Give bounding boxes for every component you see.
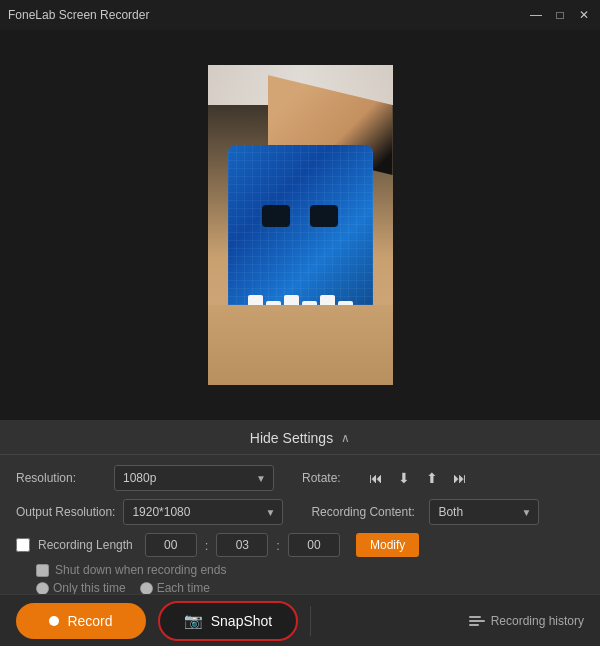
settings-header-text: Hide Settings	[250, 430, 333, 446]
output-resolution-row: Output Resolution: 1920*1080 1280*720 38…	[16, 499, 584, 525]
shutdown-label: Shut down when recording ends	[55, 563, 226, 577]
rotate-start-btn[interactable]: ⏮	[365, 468, 387, 488]
window-controls: — □ ✕	[528, 7, 592, 23]
recording-length-row: Recording Length : : Modify	[16, 533, 584, 557]
lego-scene	[208, 65, 393, 385]
recording-content-label: Recording Content:	[311, 505, 421, 519]
record-button[interactable]: Record	[16, 603, 146, 639]
recording-length-checkbox[interactable]	[16, 538, 30, 552]
rotate-section: Rotate: ⏮ ⬇ ⬆ ⏭	[302, 468, 584, 488]
rotate-icons: ⏮ ⬇ ⬆ ⏭	[365, 468, 471, 488]
rotate-end-btn[interactable]: ⏭	[449, 468, 471, 488]
output-resolution-label: Output Resolution:	[16, 505, 115, 519]
record-label: Record	[67, 613, 112, 629]
recording-length-label: Recording Length	[38, 538, 133, 552]
record-dot-icon	[49, 616, 59, 626]
time-minutes-input[interactable]	[216, 533, 268, 557]
radio-only-this: Only this time	[36, 581, 126, 595]
rotate-label: Rotate:	[302, 471, 357, 485]
resolution-select-wrapper[interactable]: 1080p 720p 4K ▼	[114, 465, 274, 491]
radio-each-time-input[interactable]	[140, 582, 153, 595]
settings-body: Resolution: 1080p 720p 4K ▼ Rotate: ⏮ ⬇ …	[0, 455, 600, 605]
recording-content-select-wrapper[interactable]: Both Video Audio ▼	[429, 499, 539, 525]
preview-area	[0, 30, 600, 420]
history-label: Recording history	[491, 614, 584, 628]
skull-eye-right	[310, 205, 338, 227]
divider	[310, 606, 311, 636]
camera-icon: 📷	[184, 612, 203, 630]
history-line-3	[469, 624, 479, 626]
radio-each-time-label: Each time	[157, 581, 210, 595]
recording-history-button[interactable]: Recording history	[469, 614, 584, 628]
radio-each-time: Each time	[140, 581, 210, 595]
app-title: FoneLab Screen Recorder	[8, 8, 149, 22]
radio-only-this-label: Only this time	[53, 581, 126, 595]
time-sep-2: :	[276, 538, 280, 553]
time-hours-input[interactable]	[145, 533, 197, 557]
close-button[interactable]: ✕	[576, 7, 592, 23]
resolution-select[interactable]: 1080p 720p 4K	[114, 465, 274, 491]
settings-panel: Hide Settings ∧ Resolution: 1080p 720p 4…	[0, 420, 600, 605]
output-resolution-select[interactable]: 1920*1080 1280*720 3840*2160	[123, 499, 283, 525]
rotate-right-btn[interactable]: ⬆	[421, 468, 443, 488]
chevron-up-icon: ∧	[341, 431, 350, 445]
radio-only-this-input[interactable]	[36, 582, 49, 595]
minimize-button[interactable]: —	[528, 7, 544, 23]
table-surface	[208, 305, 393, 385]
modify-button[interactable]: Modify	[356, 533, 419, 557]
output-resolution-select-wrapper[interactable]: 1920*1080 1280*720 3840*2160 ▼	[123, 499, 283, 525]
settings-header[interactable]: Hide Settings ∧	[0, 420, 600, 455]
resolution-row: Resolution: 1080p 720p 4K ▼ Rotate: ⏮ ⬇ …	[16, 465, 584, 491]
maximize-button[interactable]: □	[552, 7, 568, 23]
time-sep-1: :	[205, 538, 209, 553]
shutdown-row: Shut down when recording ends	[36, 563, 584, 577]
titlebar: FoneLab Screen Recorder — □ ✕	[0, 0, 600, 30]
snapshot-label: SnapShot	[211, 613, 273, 629]
history-line-2	[469, 620, 485, 622]
skull-eye-left	[262, 205, 290, 227]
preview-image	[208, 65, 393, 385]
rotate-left-btn[interactable]: ⬇	[393, 468, 415, 488]
shutdown-checkbox[interactable]	[36, 564, 49, 577]
snapshot-button[interactable]: 📷 SnapShot	[158, 601, 298, 641]
radio-row: Only this time Each time	[36, 581, 584, 595]
time-seconds-input[interactable]	[288, 533, 340, 557]
skull-eyes	[243, 205, 358, 227]
bottom-bar: Record 📷 SnapShot Recording history	[0, 594, 600, 646]
history-line-1	[469, 616, 481, 618]
resolution-label: Resolution:	[16, 471, 106, 485]
history-lines-icon	[469, 616, 485, 626]
recording-content-section: Recording Content: Both Video Audio ▼	[311, 499, 584, 525]
recording-content-select[interactable]: Both Video Audio	[429, 499, 539, 525]
